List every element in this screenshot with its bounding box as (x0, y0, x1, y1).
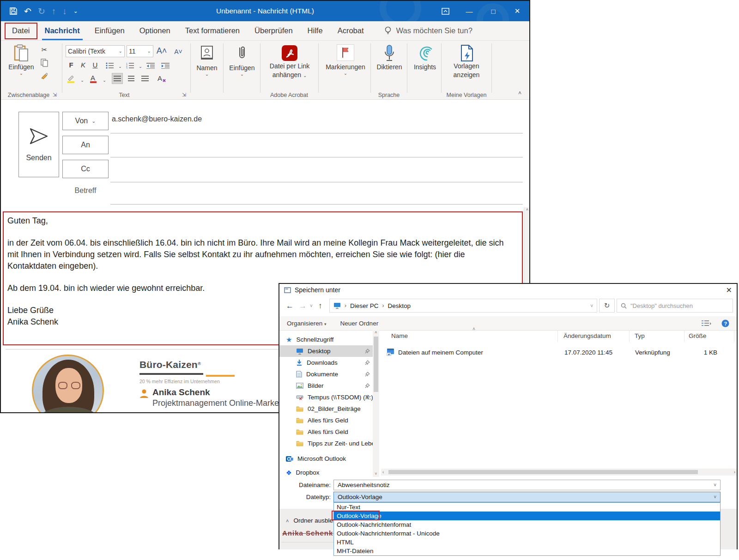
tell-me-box[interactable]: Was möchten Sie tun? (384, 26, 472, 36)
numbering-dropdown-icon[interactable]: ⌄ (135, 61, 146, 72)
font-color-dropdown-icon[interactable]: ⌄ (99, 75, 110, 86)
clear-formatting-icon[interactable]: A (156, 73, 167, 84)
font-color-icon[interactable]: A (88, 73, 99, 84)
column-header-size[interactable]: Größe (689, 332, 706, 339)
filetype-select[interactable]: Outlook-Vorlage˅ (333, 492, 721, 502)
clipboard-dialog-launcher-icon[interactable]: ⇲ (53, 92, 57, 98)
scroll-right-icon[interactable]: › (734, 470, 735, 475)
subject-field[interactable] (110, 204, 523, 205)
dictate-button[interactable]: Diktieren (372, 44, 406, 72)
tags-button[interactable]: Markierungen ⌄ (321, 44, 370, 75)
attach-file-button[interactable]: Einfügen ⌄ (225, 45, 259, 76)
align-left-button[interactable] (112, 73, 123, 84)
collapse-ribbon-icon[interactable]: ˄ (518, 90, 521, 96)
sidebar-item-folder-alles-fuers-geld-2[interactable]: Alles fürs Geld (279, 426, 373, 438)
from-value[interactable]: a.schenk@buero-kaizen.de (112, 115, 202, 123)
view-templates-button[interactable]: Vorlagen anzeigen (443, 44, 490, 79)
grow-font-icon[interactable]: A˄ (156, 45, 167, 56)
breadcrumb-dieser-pc[interactable]: Dieser PC (350, 302, 379, 309)
bold-button[interactable]: F (66, 59, 77, 70)
minimize-button[interactable]: — (457, 1, 481, 21)
address-breadcrumb[interactable]: › Dieser PC › Desktop ˅ (329, 299, 597, 313)
copy-icon[interactable] (39, 57, 50, 68)
new-folder-button[interactable]: Neuer Ordner (340, 320, 379, 327)
help-icon[interactable]: ? (721, 319, 729, 327)
cc-button[interactable]: Cc (62, 160, 109, 178)
scroll-left-icon[interactable]: ‹ (382, 470, 384, 475)
ribbon-display-options-icon[interactable] (433, 1, 457, 21)
bullets-icon[interactable] (104, 60, 115, 71)
sidebar-item-microsoft-outlook[interactable]: O Microsoft Outlook (279, 453, 373, 464)
up-icon[interactable]: ↑ (318, 301, 322, 311)
to-field[interactable] (110, 157, 523, 157)
filetype-option[interactable]: MHT-Dateien (334, 547, 720, 555)
recent-locations-icon[interactable]: ˅ (310, 303, 313, 308)
highlight-color-icon[interactable] (66, 73, 77, 84)
close-button[interactable]: ✕ (505, 1, 529, 21)
tab-ueberpruefen[interactable]: Überprüfen (247, 21, 300, 40)
filetype-option[interactable]: Outlook-Nachrichtenformat - Unicode (334, 529, 720, 538)
numbering-icon[interactable]: 123 (125, 60, 136, 71)
increase-indent-icon[interactable] (160, 60, 171, 71)
names-button[interactable]: Namen ⌄ (191, 45, 223, 76)
attach-file-link-button[interactable]: Datei per Link anhängen ⌄ (262, 44, 317, 79)
refresh-icon[interactable]: ↻ (599, 299, 615, 313)
cut-icon[interactable]: ✂ (39, 44, 50, 55)
maximize-button[interactable]: □ (481, 1, 505, 21)
to-button[interactable]: An (62, 136, 109, 154)
tab-optionen[interactable]: Optionen (132, 21, 178, 40)
italic-button[interactable]: K (78, 59, 89, 70)
paste-button[interactable]: Einfügen ⌄ (7, 44, 35, 75)
filetype-option[interactable]: Outlook-Nachrichtenformat (334, 520, 720, 529)
underline-button[interactable]: U (90, 59, 101, 70)
tab-text-formatieren[interactable]: Text formatieren (178, 21, 247, 40)
sidebar-item-dokumente[interactable]: Dokumente (279, 368, 373, 380)
cc-field[interactable] (110, 182, 523, 182)
body-scrollbar[interactable]: ˄ (524, 207, 530, 283)
sidebar-item-schnellzugriff[interactable]: ★ Schnellzugriff (279, 334, 373, 345)
tab-datei[interactable]: Datei (5, 23, 37, 39)
shrink-font-icon[interactable]: A˅ (173, 46, 184, 57)
sidebar-scrollbar[interactable]: ˄˅ (373, 330, 379, 477)
from-button[interactable]: Von⌄ (62, 112, 109, 130)
filename-input[interactable]: Abwesenheitsnotiz˅ (333, 480, 721, 490)
font-size-combo[interactable]: 11⌄ (127, 45, 153, 57)
horizontal-scrollbar[interactable]: ‹› (381, 469, 737, 476)
align-right-button[interactable] (139, 73, 151, 84)
pin-icon[interactable] (365, 349, 370, 354)
tab-nachricht[interactable]: Nachricht (37, 21, 87, 40)
undo-icon[interactable]: ↶ (24, 7, 31, 16)
decrease-indent-icon[interactable] (145, 60, 156, 71)
sidebar-item-folder-bilder-beitraege[interactable]: 02_Bilder_Beiträge (279, 403, 373, 415)
filetype-option-selected[interactable]: Outlook-Vorlage (334, 512, 720, 520)
sidebar-item-dropbox[interactable]: ❖ Dropbox (279, 467, 373, 478)
bullets-dropdown-icon[interactable]: ⌄ (115, 61, 126, 72)
highlight-dropdown-icon[interactable]: ⌄ (77, 75, 88, 86)
view-options-icon[interactable] (701, 320, 711, 326)
pin-icon[interactable] (365, 383, 370, 388)
text-dialog-launcher-icon[interactable]: ⇲ (182, 92, 186, 98)
insights-button[interactable]: Insights (408, 44, 442, 72)
sidebar-item-tempus-drive[interactable]: ✕ Tempus (\\TSDOM) (X:) (279, 391, 373, 403)
back-icon[interactable]: ← (286, 301, 294, 311)
send-button[interactable]: Senden (18, 112, 59, 177)
save-icon[interactable] (9, 7, 18, 15)
align-center-button[interactable] (126, 73, 137, 84)
filetype-option[interactable]: HTML (334, 538, 720, 547)
breadcrumb-desktop[interactable]: Desktop (388, 302, 411, 309)
column-header-name[interactable]: Name (391, 332, 408, 339)
format-painter-icon[interactable] (39, 70, 50, 81)
file-row[interactable]: Dateien auf meinem Computer 17.07.2020 1… (385, 347, 734, 358)
from-field[interactable] (110, 133, 523, 133)
sidebar-item-desktop[interactable]: Desktop (279, 345, 373, 357)
sidebar-item-folder-tipps[interactable]: Tipps zur Zeit- und Lebenspla (279, 438, 373, 449)
filetype-option[interactable]: Nur-Text (334, 503, 720, 512)
tab-hilfe[interactable]: Hilfe (300, 21, 330, 40)
pin-icon[interactable] (365, 360, 370, 365)
sidebar-item-bilder[interactable]: Bilder (279, 380, 373, 391)
font-name-combo[interactable]: Calibri (Textk⌄ (66, 45, 125, 57)
pin-icon[interactable] (365, 395, 370, 400)
column-header-type[interactable]: Typ (635, 332, 645, 339)
sidebar-item-downloads[interactable]: Downloads (279, 357, 373, 368)
tab-einfuegen[interactable]: Einfügen (87, 21, 132, 40)
